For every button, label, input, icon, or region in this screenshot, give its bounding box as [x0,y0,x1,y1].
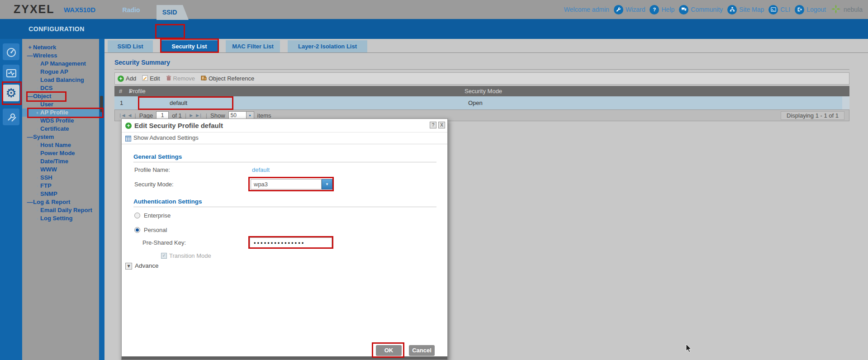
row-security-mode: Open [468,96,483,109]
object-reference-button[interactable]: Object Reference [201,75,254,82]
nebula-label: nebula [844,6,863,13]
sidebar-item-www[interactable]: +WWW [22,166,99,174]
last-page-icon[interactable]: ▶❘ [196,113,202,118]
object-reference-icon [201,75,207,82]
tab-divider [104,52,868,53]
sidebar-item-log-setting[interactable]: +Log Setting [22,214,99,223]
community-link[interactable]: Community [679,5,723,14]
cancel-button[interactable]: Cancel [409,345,435,356]
logout-link[interactable]: Logout [795,5,826,14]
sidebar-item-host-name[interactable]: +Host Name [22,141,99,149]
show-label: Show [210,112,225,119]
pre-shared-key-label: Pre-Shared Key: [142,239,186,246]
sidebar-item-certificate[interactable]: +Certificate [22,125,99,133]
sort-asc-icon: ▲ [129,86,132,96]
sidebar-item-ap-profile[interactable]: +AP Profile [22,109,99,117]
sidebar-item-snmp[interactable]: +SNMP [22,190,99,198]
page-label: Page [139,112,153,119]
next-page-icon[interactable]: ▶ [190,113,193,118]
sidebar-item-object[interactable]: —Object [22,92,99,100]
cli-link[interactable]: CLI [768,5,790,14]
gear-icon[interactable]: ⚙ [3,85,19,101]
general-settings-heading: General Settings [133,153,182,160]
items-label: items [257,112,271,119]
tab-mac-filter-list[interactable]: MAC Filter List [226,40,280,52]
sitemap-link[interactable]: Site Map [727,5,764,14]
nebula-link[interactable]: nebula [830,4,863,16]
sidebar-item-dcs[interactable]: +DCS [22,84,99,92]
add-button[interactable]: + Add [118,75,136,82]
personal-radio[interactable] [134,227,140,233]
sidebar-item-load-balancing[interactable]: +Load Balancing [22,76,99,84]
add-icon: + [118,76,124,82]
help-link[interactable]: ? Help [650,5,674,14]
col-security-mode[interactable]: Security Mode [465,86,502,96]
tab-security-list[interactable]: Security List [161,40,218,52]
prev-page-icon[interactable]: ◀ [128,113,131,118]
advance-toggle-icon[interactable]: ▼ [125,263,132,270]
sidebar-item-user[interactable]: +User [22,100,99,109]
close-icon[interactable]: X [438,122,445,128]
remove-button[interactable]: Remove [166,75,195,82]
sidebar-item-network[interactable]: +Network [22,43,99,52]
row-profile-name: default [170,96,187,109]
displaying-count: Displaying 1 - 1 of 1 [781,111,844,120]
primary-nav-bar: CONFIGURATION [0,19,868,39]
grid-icon [125,135,131,143]
sidebar-item-rogue-ap[interactable]: +Rogue AP [22,68,99,76]
tab-ssid[interactable]: SSID [157,5,183,20]
sidebar-item-wireless[interactable]: —Wireless [22,52,99,60]
welcome-text: Welcome admin [564,6,609,13]
dialog-title: Edit Security Profile default [134,122,223,129]
terminal-icon [768,5,778,14]
tab-layer2-isolation-list[interactable]: Layer-2 Isolation List [288,40,367,52]
dialog-help-button[interactable]: ? [430,122,436,128]
enterprise-radio[interactable] [134,213,140,218]
sidebar-item-log-report[interactable]: —Log & Report [22,198,99,206]
sidebar-item-ftp[interactable]: +FTP [22,182,99,190]
maintenance-icon[interactable] [3,109,19,125]
dashboard-icon[interactable] [3,43,19,60]
wizard-link[interactable]: Wizard [614,5,645,14]
sidebar-item-email-daily-report[interactable]: +Email Daily Report [22,206,99,214]
sidebar-item-ap-management[interactable]: +AP Management [22,60,99,68]
transition-mode-checkbox[interactable]: ✓ [161,253,167,259]
row-num: 1 [120,96,123,109]
table-row[interactable]: 1 default Open [114,96,849,109]
authentication-settings-heading: Authentication Settings [133,198,202,205]
sitemap-icon [727,5,737,14]
nav-collapse-gutter [99,39,104,360]
monitor-icon[interactable] [3,65,19,81]
sidebar-item-system[interactable]: —System [22,133,99,141]
sidebar-item-wds-profile[interactable]: +WDS Profile [22,117,99,125]
wrench-icon [614,5,623,14]
tab-ssid-list[interactable]: SSID List [108,40,153,52]
sidebar-item-date-time[interactable]: +Date/Time [22,157,99,166]
nebula-logo-icon [830,4,841,16]
ok-button[interactable]: OK [376,345,402,356]
col-num[interactable]: # [119,86,122,96]
icon-rail: ⚙ [0,39,22,360]
edit-button[interactable]: Edit [142,75,160,82]
edit-security-profile-dialog: + Edit Security Profile default ? X Show… [121,118,448,360]
sidebar-item-power-mode[interactable]: +Power Mode [22,149,99,157]
advance-label[interactable]: Advance [135,262,159,269]
page-of-label: of 1 [172,112,182,119]
nav-collapse-handle[interactable] [100,96,103,112]
chevron-down-icon[interactable]: ▾ [322,179,332,189]
first-page-icon[interactable]: ❘◀ [119,113,125,118]
profile-name-label: Profile Name: [134,166,170,173]
security-mode-select[interactable]: wpa3 [251,179,322,189]
personal-label: Personal [144,227,167,233]
transition-mode-label: Transition Mode [169,252,211,259]
zyxel-logo: ZYXEL [14,3,55,16]
question-icon: ? [650,5,659,14]
pre-shared-key-input[interactable]: ••••••••••••••• [250,237,332,249]
enterprise-label: Enterprise [144,212,171,219]
show-advanced-settings-toggle[interactable]: Show Advanced Settings [122,132,447,144]
security-mode-label: Security Mode: [134,181,174,188]
device-model: WAX510D [64,6,95,14]
tab-radio[interactable]: Radio [115,6,147,14]
title-divider [114,69,849,70]
sidebar-item-ssh[interactable]: +SSH [22,174,99,182]
